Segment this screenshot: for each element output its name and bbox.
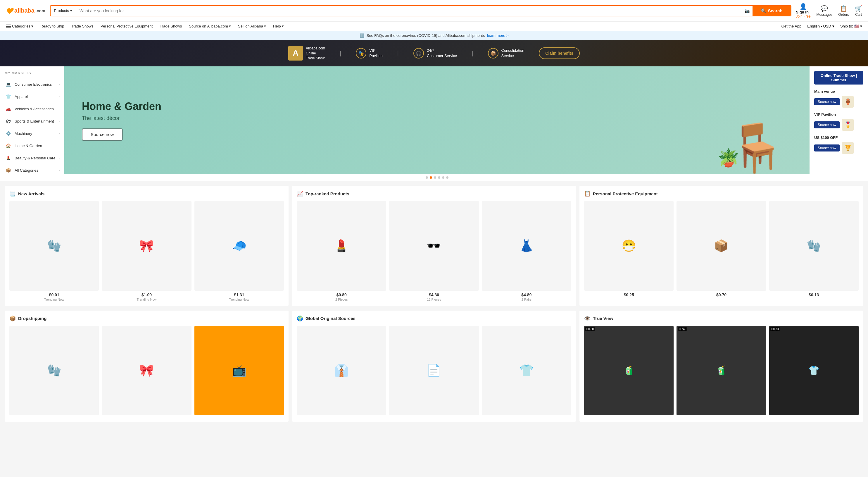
all-categories-icon: 📦 <box>5 167 12 174</box>
sign-in-area[interactable]: 👤 Sign In Join Free <box>796 3 811 19</box>
right-panel: Online Trade Show | Summer Main venue So… <box>809 66 868 181</box>
product-item[interactable]: 👔 <box>297 326 386 417</box>
product-item[interactable]: 00:45 🧃 <box>677 326 766 415</box>
orders-icon: 📋 <box>840 5 847 12</box>
navbar-help[interactable]: Help ▾ <box>273 24 284 28</box>
sidebar-item-beauty[interactable]: 💄 Beauty & Personal Care › <box>0 152 64 164</box>
navbar-ppe[interactable]: Personal Protective Equipment <box>100 24 153 28</box>
products-dropdown-button[interactable]: Products ▾ <box>51 6 76 15</box>
claim-benefits-button[interactable]: Claim benefits <box>539 48 580 59</box>
usd-off-title: US $100 OFF <box>814 136 863 140</box>
navbar-sell[interactable]: Sell on Alibaba ▾ <box>238 24 266 28</box>
product-image: 🧢 <box>194 201 284 290</box>
hero-content: Home & Garden The latest décor Source no… <box>82 100 161 140</box>
product-item[interactable]: 👕 <box>482 326 571 417</box>
sidebar-item-consumer-electronics[interactable]: 💻 Consumer Electronics › <box>0 78 64 90</box>
ppe-grid: 😷 $0.25 📦 $0.70 🧤 $0.13 <box>584 201 859 297</box>
language-selector[interactable]: English - USD ▾ <box>807 24 834 28</box>
navbar-trade-shows[interactable]: Trade Shows <box>71 24 94 28</box>
messages-button[interactable]: 💬 Messages <box>816 5 833 17</box>
vip-pavilion-section: VIP Pavilion Source now 🎖️ <box>814 112 863 131</box>
trade-logo-letter: A <box>288 46 303 61</box>
product-item[interactable]: 🧤 <box>9 326 99 417</box>
product-image: 🕶️ <box>389 201 478 290</box>
product-item[interactable]: 🎀 <box>102 326 191 417</box>
sidebar-item-apparel[interactable]: 👕 Apparel › <box>0 90 64 103</box>
chevron-right-icon: › <box>59 169 60 172</box>
learn-more-link[interactable]: learn more > <box>487 33 508 38</box>
navbar-ready-to-ship[interactable]: Ready to Ship <box>40 24 64 28</box>
main-venue-title: Main venue <box>814 89 863 94</box>
carousel-dot-6[interactable] <box>446 176 448 179</box>
product-image: 📄 <box>389 326 478 415</box>
carousel-dot-4[interactable] <box>438 176 440 179</box>
orders-button[interactable]: 📋 Orders <box>838 5 849 17</box>
carousel-dot-2[interactable] <box>430 176 432 179</box>
vip-pavilion-source-button[interactable]: Source now <box>814 121 840 128</box>
orders-label: Orders <box>838 12 849 17</box>
sidebar-item-home-garden[interactable]: 🏠 Home & Garden › <box>0 140 64 152</box>
product-sections-row: 🗒️ New Arrivals 🧤 $0.01 Trending Now 🎀 $… <box>0 181 868 310</box>
main-venue-source-button[interactable]: Source now <box>814 98 840 105</box>
product-item[interactable]: 🕶️ $4.30 12 Pieces <box>389 201 478 301</box>
chevron-right-icon: › <box>59 83 60 86</box>
machinery-icon: ⚙️ <box>5 130 12 137</box>
product-item[interactable]: 💄 $0.80 2 Pieces <box>297 201 386 301</box>
hero-plant-image: 🪴 <box>717 147 739 168</box>
product-price: $0.25 <box>584 293 674 297</box>
trade-vip-feature: 🎭 VIP Pavilion <box>356 48 383 59</box>
sidebar-item-machinery[interactable]: ⚙️ Machinery › <box>0 127 64 140</box>
product-item[interactable]: 👗 $4.89 2 Pairs <box>482 201 571 301</box>
cart-label: Cart <box>855 12 862 17</box>
logo[interactable]: 🧡 alibaba.com <box>6 7 45 14</box>
chevron-down-icon4: ▾ <box>282 24 284 28</box>
global-original-icon: 🌍 <box>297 315 303 322</box>
product-item[interactable]: 🧤 $0.01 Trending Now <box>9 201 99 301</box>
cart-button[interactable]: 🛒 Cart <box>855 5 862 17</box>
carousel-dot-3[interactable] <box>434 176 436 179</box>
usd-off-source-button[interactable]: Source now <box>814 145 840 151</box>
product-item[interactable]: 🎀 $1.00 Trending Now <box>102 201 191 301</box>
navbar-get-app[interactable]: Get the App <box>781 24 802 28</box>
ppe-icon: 📋 <box>584 190 591 197</box>
product-item[interactable]: 🧢 $1.31 Trending Now <box>194 201 284 301</box>
info-banner-text: See FAQs on the coronavirus (COVID-19) a… <box>367 33 485 38</box>
carousel-dot-5[interactable] <box>442 176 444 179</box>
chevron-right-icon: › <box>59 95 60 98</box>
navbar-source[interactable]: Source on Alibaba.com ▾ <box>189 24 231 28</box>
navbar-trade-shows2[interactable]: Trade Shows <box>160 24 182 28</box>
sidebar-label: Vehicles & Accessories <box>14 107 54 111</box>
trade-logo: A Alibaba.com Online Trade Show <box>288 46 325 61</box>
navbar-categories[interactable]: Categories ▾ <box>6 24 33 28</box>
hero-area: Home & Garden The latest décor Source no… <box>64 66 809 181</box>
bottom-sections-row: 📦 Dropshipping 🧤 🎀 📺 🌍 Global Original S… <box>0 310 868 426</box>
sidebar-item-sports[interactable]: ⚽ Sports & Entertainment › <box>0 115 64 127</box>
sidebar: MY MARKETS 💻 Consumer Electronics › 👕 Ap… <box>0 66 64 181</box>
video-duration: 00:45 <box>678 327 687 331</box>
new-arrivals-title: New Arrivals <box>18 191 44 196</box>
hero-title: Home & Garden <box>82 100 161 113</box>
sidebar-item-vehicles[interactable]: 🚗 Vehicles & Accessories › <box>0 103 64 115</box>
product-item[interactable]: 😷 $0.25 <box>584 201 674 297</box>
hamburger-icon <box>6 25 11 28</box>
top-ranked-icon: 📈 <box>297 190 303 197</box>
product-item[interactable]: 00:33 👕 <box>769 326 859 415</box>
product-item[interactable]: 📄 <box>389 326 478 417</box>
apparel-icon: 👕 <box>5 93 12 100</box>
product-price: $4.89 <box>482 293 571 297</box>
search-input[interactable] <box>76 6 742 16</box>
camera-icon[interactable]: 📷 <box>742 7 752 15</box>
new-arrivals-section: 🗒️ New Arrivals 🧤 $0.01 Trending Now 🎀 $… <box>5 186 288 306</box>
product-item[interactable]: 🧤 $0.13 <box>769 201 859 297</box>
carousel-dot-1[interactable] <box>426 176 428 179</box>
ship-to-selector[interactable]: Ship to: 🇺🇸 ▾ <box>840 24 862 28</box>
product-price: $0.13 <box>769 293 859 297</box>
global-original-section: 🌍 Global Original Sources 👔 📄 👕 <box>292 310 576 422</box>
sidebar-item-all-categories[interactable]: 📦 All Categories › <box>0 164 64 176</box>
search-button[interactable]: 🔍 Search <box>752 6 791 16</box>
product-item[interactable]: 📺 <box>194 326 284 417</box>
hero-source-now-button[interactable]: Source now <box>82 128 123 140</box>
product-item[interactable]: 00:30 🧃 <box>584 326 674 415</box>
product-item[interactable]: 📦 $0.70 <box>677 201 766 297</box>
dropshipping-section: 📦 Dropshipping 🧤 🎀 📺 <box>5 310 288 422</box>
